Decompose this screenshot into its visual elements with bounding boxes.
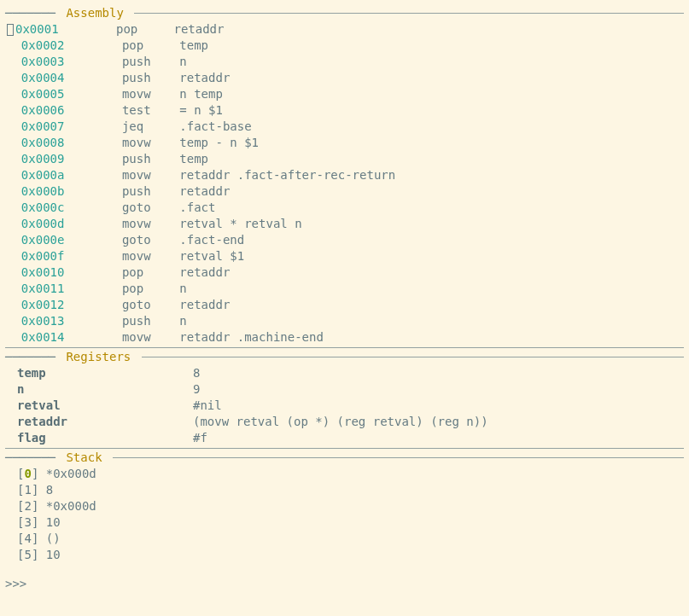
assembly-line[interactable]: 0x000c goto .fact <box>5 200 684 216</box>
address: 0x0006 <box>21 103 65 117</box>
address: 0x0007 <box>21 119 65 133</box>
assembly-line[interactable]: 0x0001 pop retaddr <box>5 21 684 38</box>
gutter <box>7 184 21 198</box>
header-dash-lead: ─────── <box>5 349 62 365</box>
gutter <box>7 136 21 149</box>
registers-listing: temp8n9retval#nilretaddr(movw retval (op… <box>5 365 684 446</box>
address: 0x0011 <box>21 282 65 295</box>
assembly-line[interactable]: 0x0009 push temp <box>5 151 684 167</box>
assembly-line[interactable]: 0x0007 jeq .fact-base <box>5 119 684 135</box>
mnemonic: movw <box>122 217 179 230</box>
assembly-line[interactable]: 0x000d movw retval * retval n <box>5 216 684 232</box>
bracket-close: ] <box>32 532 46 545</box>
assembly-line[interactable]: 0x0014 movw retaddr .machine-end <box>5 329 684 346</box>
operands: n temp <box>179 87 223 101</box>
address: 0x0002 <box>21 38 65 52</box>
operands: .fact-end <box>179 233 244 247</box>
spacer <box>64 249 121 263</box>
register-row: n9 <box>5 381 684 398</box>
assembly-line[interactable]: 0x000e goto .fact-end <box>5 232 684 248</box>
operands: retaddr <box>179 184 230 198</box>
spacer <box>64 314 121 328</box>
repl-prompt[interactable]: >>> <box>5 563 684 592</box>
mnemonic: movw <box>122 330 179 344</box>
register-value: 8 <box>193 365 200 381</box>
mnemonic: push <box>122 184 179 198</box>
assembly-line[interactable]: 0x000a movw retaddr .fact-after-rec-retu… <box>5 167 684 183</box>
current-line-cursor <box>7 24 14 36</box>
stack-row: [4] () <box>5 531 684 547</box>
header-dash-lead: ─────── <box>5 450 62 466</box>
register-name: retaddr <box>17 414 193 430</box>
address: 0x0009 <box>21 152 65 166</box>
assembly-panel-header: ─────── Assembly <box>5 5 684 21</box>
mnemonic: movw <box>122 136 179 149</box>
gutter <box>7 233 21 247</box>
assembly-line[interactable]: 0x0005 movw n temp <box>5 86 684 102</box>
operands: .fact <box>179 200 215 214</box>
assembly-line[interactable]: 0x0011 pop n <box>5 281 684 297</box>
mnemonic: jeq <box>122 119 179 133</box>
spacer <box>59 22 116 36</box>
stack-row: [1] 8 <box>5 482 684 498</box>
register-name: flag <box>17 430 193 446</box>
assembly-line[interactable]: 0x0003 push n <box>5 54 684 70</box>
mnemonic: goto <box>122 298 179 311</box>
stack-row: [3] 10 <box>5 514 684 531</box>
address: 0x0005 <box>21 87 65 101</box>
operands: retaddr <box>179 298 230 311</box>
spacer <box>64 152 121 166</box>
gutter <box>7 249 21 263</box>
operands: retaddr <box>173 22 224 36</box>
header-dash-tail <box>142 357 684 358</box>
register-name: retval <box>17 398 193 414</box>
assembly-line[interactable]: 0x0006 test = n $1 <box>5 102 684 119</box>
operands: retaddr <box>179 265 230 279</box>
gutter <box>7 168 21 182</box>
assembly-line[interactable]: 0x0013 push n <box>5 313 684 329</box>
assembly-line[interactable]: 0x0008 movw temp - n $1 <box>5 135 684 151</box>
address: 0x0012 <box>21 298 65 311</box>
stack-index: 2 <box>24 499 31 513</box>
assembly-listing[interactable]: 0x0001 pop retaddr 0x0002 pop temp 0x000… <box>5 21 684 346</box>
spacer <box>64 330 121 344</box>
assembly-line[interactable]: 0x0002 pop temp <box>5 38 684 54</box>
assembly-line[interactable]: 0x0012 goto retaddr <box>5 297 684 313</box>
stack-index: 0 <box>24 467 31 480</box>
bracket-close: ] <box>32 515 46 529</box>
address: 0x0001 <box>15 22 59 36</box>
assembly-line[interactable]: 0x0004 push retaddr <box>5 70 684 86</box>
operands: retaddr <box>179 71 230 84</box>
mnemonic: push <box>122 71 179 84</box>
operands: .fact-base <box>179 119 251 133</box>
assembly-line[interactable]: 0x000b push retaddr <box>5 183 684 200</box>
spacer <box>64 298 121 311</box>
operands: retval $1 <box>179 249 244 263</box>
mnemonic: pop <box>122 282 179 295</box>
header-dash-gap <box>134 349 141 365</box>
mnemonic: pop <box>122 38 179 52</box>
stack-value: *0x000d <box>46 467 96 480</box>
stack-index: 1 <box>24 483 31 497</box>
stack-index: 3 <box>24 515 31 529</box>
address: 0x0010 <box>21 265 65 279</box>
spacer <box>64 217 121 230</box>
spacer <box>64 103 121 117</box>
assembly-line[interactable]: 0x000f movw retval $1 <box>5 248 684 264</box>
mnemonic: movw <box>122 87 179 101</box>
gutter <box>7 152 21 166</box>
gutter <box>7 71 21 84</box>
stack-value: () <box>46 532 61 545</box>
header-dash-gap <box>106 450 113 466</box>
mnemonic: pop <box>122 265 179 279</box>
gutter <box>7 217 21 230</box>
spacer <box>64 184 121 198</box>
stack-value: 10 <box>46 548 61 561</box>
register-row: temp8 <box>5 365 684 381</box>
address: 0x000e <box>21 233 65 247</box>
registers-panel-header: ─────── Registers <box>5 349 684 365</box>
assembly-line[interactable]: 0x0010 pop retaddr <box>5 264 684 281</box>
address: 0x0008 <box>21 136 65 149</box>
stack-value: 10 <box>46 515 61 529</box>
register-name: temp <box>17 365 193 381</box>
